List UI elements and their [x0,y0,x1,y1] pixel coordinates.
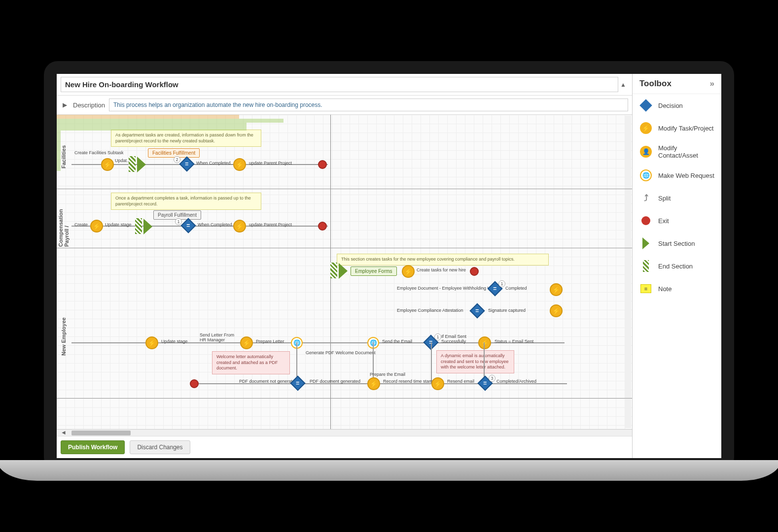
toolbox-item-end-section[interactable]: End Section [633,255,721,277]
label-completed: Completed [505,286,527,291]
note-payroll[interactable]: Once a department completes a task, info… [111,193,261,210]
node-start-section[interactable] [143,219,152,234]
label-update-stage: Update stage [105,222,132,227]
label-pdf-not: PDF document not generated [239,379,297,384]
exit-icon [641,216,650,225]
label-send-letter: Send Letter From HR Manager [200,332,239,342]
label-resend: Resend email [447,379,474,384]
node-end-section[interactable] [129,156,136,172]
workflow-title-input[interactable] [61,77,618,92]
node-bolt[interactable] [550,283,563,296]
connector-section-green [57,123,247,127]
note-facilities[interactable]: As department tasks are created, informa… [111,130,261,147]
start-section-icon [642,237,649,249]
footer-actions: Publish Workflow Discard Changes [57,436,632,458]
label-update-stage: Update stage [161,339,188,344]
label-sig-captured: Signature captured [488,308,526,313]
node-exit[interactable] [470,267,479,276]
toolbox-panel: Toolbox » Decision Modify Task/Project M… [633,74,721,458]
node-bolt[interactable] [101,158,114,171]
label-when-completed: When Completed... [196,161,234,166]
bolt-icon [640,122,652,134]
node-bolt[interactable] [90,220,103,233]
label-comp-arch: Completed/Archived [496,379,536,384]
horizontal-scrollbar[interactable]: ◄ [57,429,632,436]
badge-count: 1 [498,280,505,287]
label-when-completed: When Completed... [198,222,236,227]
connector-section-green-v [57,131,61,171]
description-toggle-icon[interactable]: ▶ [61,101,69,108]
label-pdf-gen: PDF document generated [310,379,360,384]
publish-button[interactable]: Publish Workflow [61,440,125,454]
toolbox-item-modify-contact[interactable]: Modify Contact/Asset [633,139,721,164]
badge-count: 1 [175,218,182,225]
toolbox-item-modify-task[interactable]: Modify Task/Project [633,117,721,139]
node-bolt[interactable] [367,377,380,390]
toolbox-item-start-section[interactable]: Start Section [633,232,721,255]
node-bolt[interactable] [478,336,491,349]
split-icon: ⤴ [644,193,648,203]
laptop-frame: ▲ ▶ Description Facilities As department… [44,61,734,471]
node-bolt[interactable] [145,336,158,349]
label-send-email: Send the Email [382,339,412,344]
node-exit[interactable] [318,160,327,169]
badge-count: 1 [434,333,441,340]
toolbox-title: Toolbox [639,79,672,89]
toolbox-header: Toolbox » [633,74,721,94]
note-employee-forms[interactable]: This section creates tasks for the new e… [337,254,549,266]
label-update-parent: update Parent Project [249,161,292,166]
toolbox-item-note[interactable]: Note [633,277,721,300]
description-row: ▶ Description [57,96,632,115]
globe-icon [640,169,652,181]
badge-count: 3 [489,375,495,382]
label-create-facilities: Create Facilities Subtask [74,150,124,155]
section-tag-facilities[interactable]: Facilities Fulfillment [148,148,200,158]
laptop-notch [359,66,419,73]
label-create: Create [74,222,88,227]
note-email[interactable]: A dynamic email is automatically created… [436,350,514,373]
toolbox-item-decision[interactable]: Decision [633,94,721,117]
toolbox-collapse-icon[interactable]: » [710,79,714,89]
node-end-section[interactable] [135,218,142,234]
note-welcome[interactable]: Welcome letter automatically created and… [212,351,290,374]
lane-divider [57,398,632,399]
discard-button[interactable]: Discard Changes [130,440,190,454]
node-bolt[interactable] [431,377,444,390]
label-record-resend: Record resend time stamp [383,379,435,384]
node-bolt[interactable] [233,220,246,233]
section-tag-empforms[interactable]: Employee Forms [351,266,397,276]
badge-count: 2 [174,156,180,163]
node-decision[interactable]: = [183,220,194,231]
toolbox-item-split[interactable]: ⤴Split [633,187,721,209]
workflow-canvas[interactable]: Facilities As department tasks are creat… [57,115,632,429]
scroll-left-icon[interactable]: ◄ [59,429,69,436]
label-emp-doc: Employee Document - Employee Withholding… [397,286,494,291]
node-exit[interactable] [318,222,327,231]
title-caret-icon[interactable]: ▲ [618,81,628,88]
label-status-sent: Status = Email Sent [495,339,533,344]
node-start-section[interactable] [339,263,348,279]
app-screen: ▲ ▶ Description Facilities As department… [57,74,721,458]
toolbox-item-exit[interactable]: Exit [633,209,721,232]
node-bolt[interactable] [233,158,246,171]
node-bolt[interactable] [402,265,415,278]
node-bolt[interactable] [240,336,253,349]
node-start-section[interactable] [137,157,146,172]
node-decision[interactable]: = [292,378,303,389]
description-input[interactable] [109,99,628,111]
lane-divider [57,248,632,248]
lane-label-payroll: Payroll / Compensation [59,193,69,247]
node-bolt[interactable] [550,304,563,317]
toolbox-item-web-request[interactable]: Make Web Request [633,164,721,187]
main-panel: ▲ ▶ Description Facilities As department… [57,74,633,458]
scrollbar-thumb[interactable] [71,431,131,435]
vertical-scrollbar[interactable] [625,116,631,428]
node-exit[interactable] [190,379,199,388]
description-label: Description [73,101,105,109]
node-decision[interactable]: = [472,305,483,316]
label-emp-compliance: Employee Compliance Attestation [397,308,463,313]
node-end-section[interactable] [330,263,337,278]
connector-section-orange [57,115,239,119]
connector-section-green [57,119,283,123]
node-decision[interactable]: = [181,159,192,169]
